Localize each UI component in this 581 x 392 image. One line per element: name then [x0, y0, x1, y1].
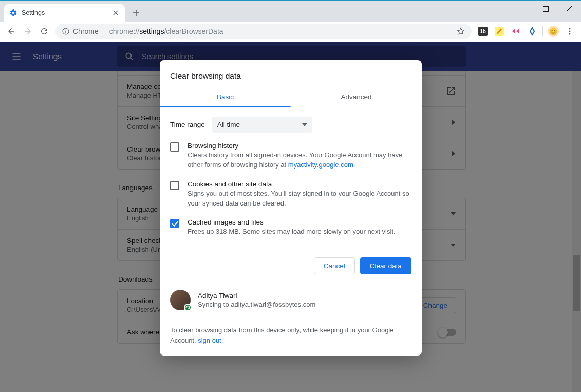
time-range-label: Time range: [170, 121, 205, 128]
back-button[interactable]: [4, 24, 18, 39]
time-range-row: Time range All time: [170, 117, 411, 133]
omnibox-label: Chrome: [73, 27, 99, 35]
extension-icon-4[interactable]: [525, 24, 539, 39]
sync-badge-icon: [184, 304, 192, 311]
browser-window: Settings Chrome chrome://settings/clearB…: [0, 0, 581, 392]
browser-tab-settings[interactable]: Settings: [4, 4, 125, 22]
tab-title: Settings: [22, 9, 45, 16]
clear-browsing-data-dialog: Clear browsing data Basic Advanced Time …: [160, 60, 422, 356]
option-browsing-history: Browsing history Clears history from all…: [170, 142, 411, 170]
window-controls: [510, 1, 581, 22]
dialog-separator: [170, 319, 411, 319]
svg-point-2: [65, 29, 66, 30]
minimize-button[interactable]: [510, 1, 534, 16]
profile-avatar-icon[interactable]: 😊: [546, 24, 560, 39]
dialog-body: Time range All time Browsing history Cle…: [160, 107, 422, 252]
option-title: Browsing history: [188, 142, 411, 150]
url-text: chrome://settings/clearBrowserData: [109, 27, 223, 35]
svg-point-6: [569, 31, 571, 32]
extension-icon-3[interactable]: [509, 24, 523, 39]
sign-out-link[interactable]: sign out: [198, 337, 221, 344]
option-desc: Frees up 318 MB. Some sites may load mor…: [188, 227, 396, 237]
cancel-button[interactable]: Cancel: [314, 257, 355, 274]
tab-basic[interactable]: Basic: [160, 88, 291, 107]
sync-user-name: Aditya Tiwari: [198, 292, 315, 300]
dialog-title: Clear browsing data: [160, 60, 422, 88]
dialog-tabs: Basic Advanced: [160, 88, 422, 107]
time-range-value: All time: [217, 121, 240, 128]
time-range-dropdown[interactable]: All time: [212, 117, 312, 133]
toolbar: Chrome chrome://settings/clearBrowserDat…: [0, 22, 581, 41]
reload-button[interactable]: [37, 24, 51, 39]
close-tab-icon[interactable]: [111, 9, 120, 17]
sync-user-status: Syncing to aditya.tiwari@fossbytes.com: [198, 301, 315, 308]
forward-button[interactable]: [21, 24, 35, 39]
new-tab-button[interactable]: [129, 6, 143, 20]
site-info-icon[interactable]: Chrome: [62, 27, 99, 35]
option-cached: Cached images and files Frees up 318 MB.…: [170, 218, 411, 237]
address-bar[interactable]: Chrome chrome://settings/clearBrowserDat…: [55, 24, 472, 39]
extension-icon-2[interactable]: [492, 24, 507, 39]
toolbar-separator: [542, 26, 543, 36]
option-desc: Clears history from all signed-in device…: [188, 151, 411, 170]
checkbox-browsing-history[interactable]: [170, 142, 179, 152]
tab-strip: Settings: [0, 1, 581, 22]
gear-icon: [9, 9, 17, 17]
maximize-button[interactable]: [534, 1, 557, 16]
chevron-down-icon: [302, 122, 307, 127]
myactivity-link[interactable]: myactivity.google.com: [288, 161, 353, 169]
close-window-button[interactable]: [557, 1, 581, 16]
checkbox-cookies[interactable]: [170, 181, 179, 190]
svg-rect-0: [543, 6, 548, 11]
option-cookies: Cookies and other site data Signs you ou…: [170, 180, 411, 209]
extension-icon-1[interactable]: 1b: [476, 24, 490, 39]
dialog-footer: Cancel Clear data: [160, 252, 422, 284]
tab-advanced[interactable]: Advanced: [291, 88, 422, 107]
option-title: Cached images and files: [188, 218, 396, 226]
avatar: [170, 290, 191, 310]
browser-menu-icon[interactable]: [563, 24, 577, 39]
svg-point-7: [569, 33, 571, 35]
omnibox-separator: [104, 27, 104, 35]
bookmark-star-icon[interactable]: [456, 27, 465, 36]
clear-data-button[interactable]: Clear data: [360, 257, 411, 274]
sync-account-row: Aditya Tiwari Syncing to aditya.tiwari@f…: [160, 284, 422, 312]
option-desc: Signs you out of most sites. You'll stay…: [188, 189, 411, 209]
svg-point-5: [569, 28, 571, 30]
dialog-note: To clear browsing data from this device …: [160, 325, 422, 356]
checkbox-cached[interactable]: [170, 219, 179, 228]
option-title: Cookies and other site data: [188, 180, 411, 188]
svg-rect-3: [65, 31, 66, 33]
